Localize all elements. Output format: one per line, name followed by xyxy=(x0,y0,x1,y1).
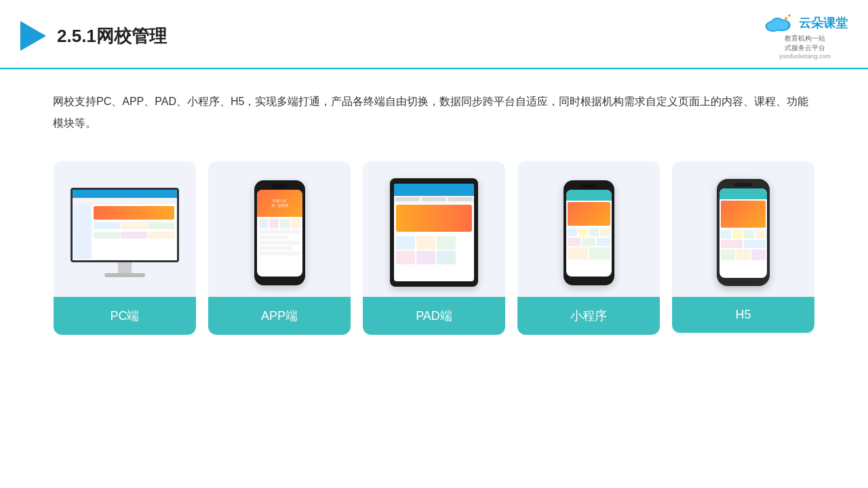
card-app-image: 职通人的第一堂网课 xyxy=(208,161,351,297)
brand-url: yunduoketang.com xyxy=(779,53,831,60)
card-h5-image xyxy=(672,161,814,297)
cloud-icon xyxy=(762,12,795,34)
card-h5-label: H5 xyxy=(672,297,814,333)
brand-subtitle: 教育机构一站 式服务云平台 xyxy=(785,34,825,53)
page-title: 2.5.1网校管理 xyxy=(57,24,167,48)
card-pc-label: PC端 xyxy=(54,297,196,335)
header-left: 2.5.1网校管理 xyxy=(20,21,167,51)
description-text: 网校支持PC、APP、PAD、小程序、H5，实现多端打通，产品各终端自由切换，数… xyxy=(0,69,868,148)
brand-name-text: 云朵课堂 xyxy=(799,15,848,31)
card-pad-image xyxy=(363,161,505,297)
miniprogram-phone-icon xyxy=(564,180,614,285)
h5-phone-icon xyxy=(717,179,770,286)
pc-monitor-icon xyxy=(67,188,182,277)
card-pc-image xyxy=(54,161,196,297)
cards-container: PC端 职通人的第一堂网课 xyxy=(0,148,868,355)
header: 2.5.1网校管理 云朵课堂 教育机构一站 式服务云平台 yunduoketan… xyxy=(0,0,868,69)
card-pc: PC端 xyxy=(54,161,196,335)
brand-logo-area: 云朵课堂 教育机构一站 式服务云平台 yunduoketang.com xyxy=(762,12,848,60)
pad-tablet-icon xyxy=(390,178,478,287)
card-miniprogram-image xyxy=(517,161,660,297)
svg-point-5 xyxy=(772,19,783,28)
card-app: 职通人的第一堂网课 xyxy=(208,161,351,335)
card-miniprogram: 小程序 xyxy=(517,161,660,335)
logo-triangle-icon xyxy=(20,21,46,51)
app-phone-icon: 职通人的第一堂网课 xyxy=(254,180,305,285)
brand-logo: 云朵课堂 xyxy=(762,12,848,34)
card-h5: H5 xyxy=(672,161,814,335)
card-miniprogram-label: 小程序 xyxy=(517,297,660,335)
svg-point-6 xyxy=(785,17,788,20)
svg-point-7 xyxy=(788,14,790,16)
card-pad-label: PAD端 xyxy=(363,297,505,335)
card-app-label: APP端 xyxy=(208,297,351,335)
card-pad: PAD端 xyxy=(363,161,505,335)
